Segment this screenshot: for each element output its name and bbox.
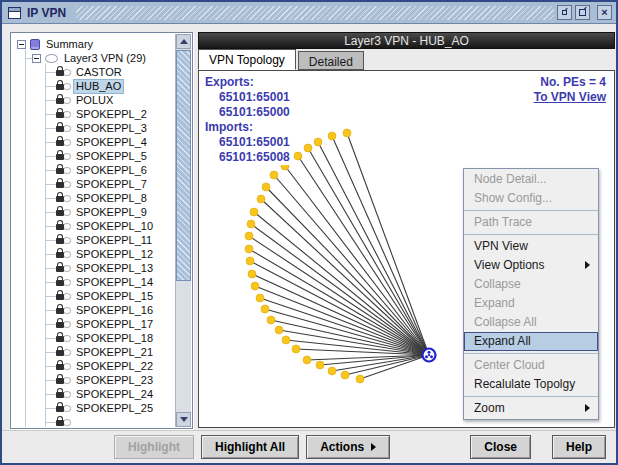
scroll-up-button[interactable] [176,34,191,49]
tree-item[interactable]: SPOKEPPL_13 [12,261,175,275]
help-button[interactable]: Help [552,435,606,459]
lock-icon [56,406,64,412]
tree-item[interactable] [12,415,175,427]
cloud-icon [63,83,71,90]
context-menu: Node Detail...Show Config...Path TraceVP… [463,168,599,420]
tree-item[interactable]: SPOKEPPL_14 [12,275,175,289]
tree-item[interactable]: SPOKEPPL_3 [12,121,175,135]
tree-item[interactable]: Layer3 VPN (29) [12,51,175,65]
actions-button[interactable]: Actions [306,435,390,459]
lock-icon [56,294,64,300]
tree-item[interactable]: SPOKEPPL_7 [12,177,175,191]
menu-item-vpn-view[interactable]: VPN View [464,237,598,256]
scroll-down-button[interactable] [176,412,191,427]
menu-item-zoom[interactable]: Zoom [464,399,598,418]
cloud-icon [63,279,71,286]
maximize-button[interactable] [575,5,590,20]
tree-item-label: SPOKEPPL_3 [74,122,149,135]
menu-arrow-icon [371,443,376,451]
highlight-button[interactable]: Highlight [114,435,194,459]
cloud-icon [63,419,71,426]
menu-item-node-detail: Node Detail... [464,170,598,189]
menu-item-view-options[interactable]: View Options [464,256,598,275]
cloud-icon [63,69,71,76]
expand-toggle-icon[interactable] [32,54,41,63]
lock-icon [56,364,64,370]
pe-count: No. PEs = 4 [534,75,606,90]
tree-item[interactable]: SPOKEPPL_17 [12,317,175,331]
tree-item[interactable]: SPOKEPPL_4 [12,135,175,149]
menu-separator [464,234,598,235]
minimize-button[interactable] [557,5,572,20]
to-vpn-view-link[interactable]: To VPN View [534,90,606,105]
menu-item-show-config: Show Config... [464,189,598,208]
tree-item[interactable]: SPOKEPPL_6 [12,163,175,177]
tab-detailed[interactable]: Detailed [298,51,364,70]
menu-item-expand-all[interactable]: Expand All [464,332,598,351]
tree-item-label: SPOKEPPL_5 [74,150,149,163]
tree-item[interactable]: SPOKEPPL_24 [12,387,175,401]
tree-item[interactable]: SPOKEPPL_5 [12,149,175,163]
lock-icon [56,98,64,104]
cloud-icon [63,237,71,244]
lock-icon [56,70,64,76]
tree-item[interactable]: HUB_AO [12,79,175,93]
highlight-all-button[interactable]: Highlight All [201,435,299,459]
titlebar-texture[interactable] [76,6,554,20]
lock-icon [56,378,64,384]
tree-scrollbar[interactable] [175,34,191,427]
scrollbar-thumb[interactable] [176,50,191,281]
close-icon: × [601,7,607,18]
tree-item-label: SPOKEPPL_15 [74,290,155,303]
lock-icon [56,154,64,160]
tree-item[interactable]: SPOKEPPL_12 [12,247,175,261]
lock-icon [56,126,64,132]
tree-item-label: SPOKEPPL_11 [74,234,154,247]
cloud-icon [63,167,71,174]
tree-item[interactable]: Summary [12,37,175,51]
tree-item-label: SPOKEPPL_16 [74,304,155,317]
tree-item[interactable]: CASTOR [12,65,175,79]
cloud-icon [45,54,58,63]
close-button[interactable]: Close [470,435,531,459]
tab-vpn-topology[interactable]: VPN Topology [198,49,296,70]
tree-item[interactable]: SPOKEPPL_15 [12,289,175,303]
vpn-tree: SummaryLayer3 VPN (29)CASTORHUB_AOPOLUXS… [12,34,175,427]
tree-item[interactable]: SPOKEPPL_18 [12,331,175,345]
tree-item[interactable]: SPOKEPPL_21 [12,345,175,359]
cloud-icon [63,349,71,356]
tree-item[interactable]: SPOKEPPL_25 [12,401,175,415]
close-window-button[interactable]: × [597,5,612,20]
cloud-icon [63,265,71,272]
cloud-icon [63,195,71,202]
ip-vpn-window: IP VPN × SummaryLayer3 VPN (29)CASTORHUB… [0,0,618,465]
lock-icon [56,182,64,188]
cloud-icon [63,209,71,216]
lock-icon [56,168,64,174]
expand-toggle-icon[interactable] [17,40,26,49]
tree-item[interactable]: SPOKEPPL_8 [12,191,175,205]
lock-icon [56,224,64,230]
cloud-icon [63,181,71,188]
tree-item-label: SPOKEPPL_7 [74,178,149,191]
menu-item-center-cloud: Center Cloud [464,356,598,375]
tree-item[interactable]: POLUX [12,93,175,107]
tree-item[interactable]: SPOKEPPL_23 [12,373,175,387]
cloud-icon [63,307,71,314]
window-icon [8,7,21,19]
title-bar: IP VPN × [2,2,616,24]
lock-icon [56,140,64,146]
tree-item[interactable]: SPOKEPPL_10 [12,219,175,233]
menu-separator [464,210,598,211]
tree-item[interactable]: SPOKEPPL_16 [12,303,175,317]
tree-item-label: SPOKEPPL_4 [74,136,149,149]
export-value: 65101:65000 [205,105,293,120]
tree-item[interactable]: SPOKEPPL_11 [12,233,175,247]
menu-item-recalulate-topolgy[interactable]: Recalulate Topolgy [464,375,598,394]
menu-separator [464,396,598,397]
tab-bar: VPN Topology Detailed [198,49,366,70]
lock-icon [56,252,64,258]
tree-item[interactable]: SPOKEPPL_2 [12,107,175,121]
tree-item[interactable]: SPOKEPPL_9 [12,205,175,219]
tree-item[interactable]: SPOKEPPL_22 [12,359,175,373]
